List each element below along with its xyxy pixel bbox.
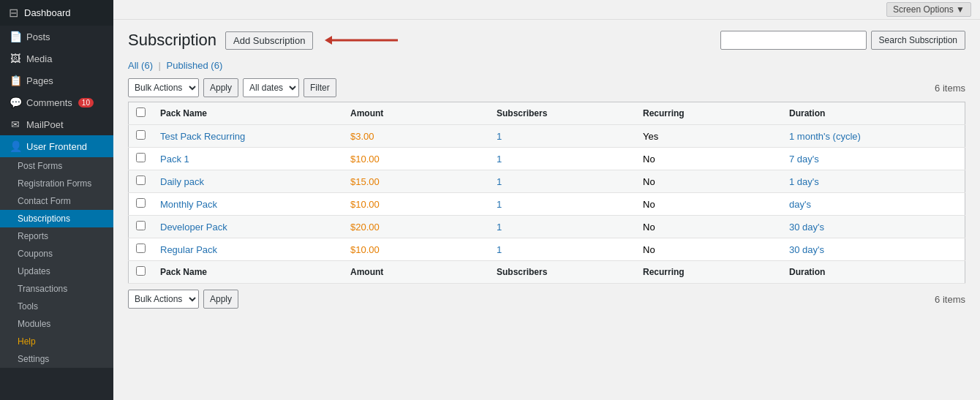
subscriptions-label: Subscriptions [18, 214, 70, 224]
posts-icon: 📄 [9, 31, 22, 42]
row-amount-5: $20.00 [343, 216, 489, 238]
pack-name-link-6[interactable]: Regular Pack [160, 244, 217, 255]
main-content: Screen Options ▼ Subscription Add Subscr… [113, 0, 980, 400]
row-amount-4: $10.00 [343, 193, 489, 216]
dashboard-icon: ⊟ [9, 6, 18, 20]
table-footer-row: Pack Name Amount Subscribers Recurring D… [129, 261, 965, 284]
footer-subscribers: Subscribers [489, 261, 636, 284]
row-duration-3: 1 day's [782, 170, 965, 193]
row-checkbox-5[interactable] [136, 221, 146, 230]
row-duration-5: 30 day's [782, 216, 965, 238]
header-checkbox-cell [129, 102, 154, 125]
comments-badge: 10 [78, 98, 94, 107]
date-filter-select[interactable]: All dates [243, 78, 299, 97]
sidebar-item-media[interactable]: 🖼 Media [0, 48, 113, 69]
row-duration-2: 7 day's [782, 148, 965, 170]
sidebar-item-mailpoet[interactable]: ✉ MailPoet [0, 113, 113, 135]
row-pack-name-3: Daily pack [153, 170, 343, 193]
table-row: Daily pack $15.00 1 No 1 day's [129, 170, 965, 193]
pages-icon: 📋 [9, 75, 22, 86]
row-pack-name-5: Developer Pack [153, 216, 343, 238]
row-recurring-2: No [636, 148, 782, 170]
header-recurring: Recurring [636, 102, 782, 125]
sidebar-item-pages[interactable]: 📋 Pages [0, 69, 113, 91]
sidebar-item-settings[interactable]: Settings [0, 350, 113, 368]
add-subscription-button[interactable]: Add Subscription [225, 31, 313, 50]
transactions-label: Transactions [18, 284, 67, 294]
search-subscription-input[interactable] [720, 31, 867, 50]
sidebar-item-updates[interactable]: Updates [0, 263, 113, 280]
table-row: Test Pack Recurring $3.00 1 Yes 1 month'… [129, 125, 965, 148]
sidebar-item-coupons[interactable]: Coupons [0, 245, 113, 263]
modules-label: Modules [18, 319, 50, 329]
apply-bottom-button[interactable]: Apply [203, 290, 238, 309]
row-recurring-4: No [636, 193, 782, 216]
sidebar-item-post-forms[interactable]: Post Forms [0, 157, 113, 175]
pack-name-link-5[interactable]: Developer Pack [160, 222, 227, 233]
filter-all-link[interactable]: All (6) [128, 60, 153, 71]
row-recurring-5: No [636, 216, 782, 238]
pack-name-link-3[interactable]: Daily pack [160, 176, 204, 187]
sidebar-item-reports[interactable]: Reports [0, 227, 113, 245]
sidebar-item-label: Comments [26, 97, 72, 108]
media-icon: 🖼 [9, 53, 22, 64]
filter-published-link[interactable]: Published (6) [167, 60, 223, 71]
pack-name-link-1[interactable]: Test Pack Recurring [160, 131, 245, 142]
contact-form-label: Contact Form [18, 196, 71, 206]
sidebar-item-transactions[interactable]: Transactions [0, 280, 113, 298]
footer-checkbox-cell [129, 261, 154, 284]
select-all-checkbox[interactable] [136, 107, 146, 117]
bulk-actions-bottom-select[interactable]: Bulk Actions [128, 290, 199, 309]
sidebar-item-registration-forms[interactable]: Registration Forms [0, 175, 113, 192]
row-amount-6: $10.00 [343, 238, 489, 261]
footer-pack-name: Pack Name [153, 261, 343, 284]
filter-button[interactable]: Filter [304, 78, 336, 97]
screen-options-button[interactable]: Screen Options ▼ [886, 2, 971, 17]
table-row: Developer Pack $20.00 1 No 30 day's [129, 216, 965, 238]
page-header: Subscription Add Subscription [128, 31, 412, 50]
reports-label: Reports [18, 231, 48, 241]
table-row: Monthly Pack $10.00 1 No day's [129, 193, 965, 216]
row-amount-3: $15.00 [343, 170, 489, 193]
top-toolbar: Bulk Actions Apply All dates Filter 6 it… [128, 78, 965, 97]
row-subscribers-5: 1 [489, 216, 636, 238]
row-checkbox-1[interactable] [136, 130, 146, 140]
pack-name-link-4[interactable]: Monthly Pack [160, 199, 217, 210]
row-checkbox-4[interactable] [136, 198, 146, 208]
row-subscribers-4: 1 [489, 193, 636, 216]
row-subscribers-2: 1 [489, 148, 636, 170]
sidebar-item-comments[interactable]: 💬 Comments 10 [0, 91, 113, 113]
sidebar: ⊟ Dashboard 📄 Posts 🖼 Media 📋 Pages 💬 Co… [0, 0, 113, 400]
apply-button[interactable]: Apply [203, 78, 238, 97]
sidebar-item-help[interactable]: Help [0, 333, 113, 350]
select-all-footer-checkbox[interactable] [136, 266, 146, 276]
pack-name-link-2[interactable]: Pack 1 [160, 154, 189, 165]
search-area: Search Subscription [720, 31, 965, 50]
row-pack-name-1: Test Pack Recurring [153, 125, 343, 148]
bulk-actions-select[interactable]: Bulk Actions [128, 78, 199, 97]
user-frontend-submenu: Post Forms Registration Forms Contact Fo… [0, 157, 113, 368]
row-pack-name-4: Monthly Pack [153, 193, 343, 216]
sidebar-item-modules[interactable]: Modules [0, 315, 113, 333]
row-duration-6: 30 day's [782, 238, 965, 261]
sidebar-item-tools[interactable]: Tools [0, 298, 113, 315]
row-pack-name-6: Regular Pack [153, 238, 343, 261]
add-subscription-arrow [325, 31, 412, 49]
header-subscribers: Subscribers [489, 102, 636, 125]
sidebar-item-subscriptions[interactable]: Subscriptions [0, 210, 113, 227]
row-checkbox-3[interactable] [136, 176, 146, 185]
sidebar-item-user-frontend[interactable]: 👤 User Frontend [0, 135, 113, 157]
sidebar-item-contact-form[interactable]: Contact Form [0, 192, 113, 210]
footer-recurring: Recurring [636, 261, 782, 284]
search-subscription-button[interactable]: Search Subscription [871, 31, 965, 50]
screen-options-bar: Screen Options ▼ [113, 0, 980, 20]
registration-forms-label: Registration Forms [18, 178, 91, 189]
row-recurring-1: Yes [636, 125, 782, 148]
page-title: Subscription [128, 31, 216, 50]
dashboard-menu-item[interactable]: ⊟ Dashboard [0, 0, 113, 26]
sidebar-item-posts[interactable]: 📄 Posts [0, 26, 113, 48]
sidebar-item-label: Pages [26, 75, 53, 86]
row-recurring-6: No [636, 238, 782, 261]
row-checkbox-6[interactable] [136, 244, 146, 253]
row-checkbox-2[interactable] [136, 153, 146, 162]
